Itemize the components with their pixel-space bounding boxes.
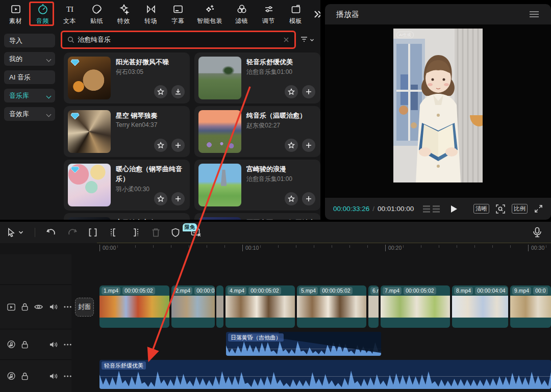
tab-adjust[interactable]: 调节 bbox=[255, 3, 282, 25]
lock-icon[interactable] bbox=[21, 341, 28, 349]
more-options-icon[interactable] bbox=[64, 344, 71, 346]
clip-thumbnail bbox=[368, 296, 379, 318]
tab-media[interactable]: 素材 bbox=[2, 3, 29, 25]
clip-name: 9.mp4 bbox=[512, 287, 531, 295]
sidebar-item-sfx-library[interactable]: 音效库 bbox=[4, 107, 55, 121]
favorite-button[interactable] bbox=[154, 85, 167, 98]
split-keep-right-button[interactable] bbox=[130, 228, 140, 237]
tab-sticker[interactable]: 贴纸 bbox=[83, 3, 110, 25]
speaker-icon[interactable] bbox=[49, 341, 58, 348]
more-options-icon[interactable] bbox=[64, 306, 71, 308]
search-input[interactable] bbox=[78, 36, 280, 44]
music-meta: 羽小柔00:30 bbox=[116, 185, 149, 194]
tab-transition[interactable]: 转场 bbox=[137, 3, 164, 25]
music-card[interactable]: 阳光甚好微风不噪 何石03:05 bbox=[64, 53, 190, 103]
video-preview-frame: AI生成 bbox=[393, 29, 483, 182]
clear-search-icon[interactable] bbox=[283, 37, 289, 43]
audio-clip[interactable]: 日落黄昏（吉他曲） bbox=[226, 332, 381, 356]
audio-clip[interactable]: 轻音乐舒缓优美 bbox=[99, 360, 551, 389]
total-duration: 00:01:00:00 bbox=[378, 205, 414, 213]
favorite-button[interactable] bbox=[154, 192, 167, 205]
favorite-button[interactable] bbox=[285, 85, 298, 98]
tab-text[interactable]: TI 文本 bbox=[56, 3, 83, 25]
tab-smart-pack[interactable]: 智能包装 bbox=[191, 3, 228, 25]
music-card[interactable]: 宫崎骏的浪漫 治愈音乐集01:00 bbox=[194, 160, 320, 211]
add-to-track-button[interactable] bbox=[171, 192, 185, 205]
add-to-track-button[interactable] bbox=[302, 139, 315, 152]
video-clip[interactable]: 9.mp400:0 bbox=[510, 285, 551, 328]
split-keep-left-button[interactable] bbox=[109, 228, 119, 237]
tab-filters[interactable]: 滤镜 bbox=[228, 3, 255, 25]
clarity-button[interactable]: 清晰 bbox=[473, 204, 489, 214]
toolbar-divider bbox=[35, 228, 35, 237]
more-options-icon[interactable] bbox=[64, 375, 71, 377]
video-clip[interactable]: 2.mp400:00:03:1 bbox=[171, 285, 215, 328]
lock-icon[interactable] bbox=[21, 372, 28, 380]
clip-duration: 00:00:05:02 bbox=[122, 287, 155, 295]
video-clip[interactable]: 5.mp400:00:05:02 bbox=[297, 285, 366, 328]
tab-captions[interactable]: 字幕 bbox=[164, 3, 191, 25]
music-card[interactable]: 心灵治愈之声 bbox=[64, 213, 190, 220]
split-button[interactable] bbox=[88, 228, 97, 237]
vip-diamond-icon bbox=[70, 113, 80, 120]
video-clip[interactable]: 4.mp400:00:05:02 bbox=[226, 285, 295, 328]
play-button[interactable] bbox=[450, 205, 458, 213]
ratio-button[interactable]: 比例 bbox=[512, 204, 528, 214]
tab-templates[interactable]: 模板 bbox=[282, 3, 309, 25]
favorite-button[interactable] bbox=[285, 139, 298, 152]
undo-button[interactable] bbox=[46, 228, 56, 237]
music-card[interactable]: 夏至未至（0.0钢琴治愈 bbox=[194, 213, 320, 220]
fullscreen-icon[interactable] bbox=[534, 204, 543, 213]
speaker-icon[interactable] bbox=[49, 303, 58, 310]
player-title: 播放器 bbox=[336, 10, 359, 19]
speaker-icon[interactable] bbox=[49, 373, 58, 380]
record-voiceover-mic-icon[interactable] bbox=[533, 227, 542, 238]
expand-tabs-button[interactable] bbox=[309, 10, 320, 19]
player-menu-icon[interactable] bbox=[529, 11, 540, 18]
sidebar-item-music-library[interactable]: 音乐库 bbox=[4, 89, 55, 102]
video-clip[interactable]: 8.mp400:00:04:04 bbox=[452, 285, 508, 328]
player-controls: 00:00:33:26 / 00:01:00:00 清晰 比例 bbox=[325, 198, 551, 220]
music-card[interactable]: 暖心治愈（钢琴曲纯音乐） 羽小柔00:30 bbox=[64, 160, 190, 211]
video-clip[interactable]: 1.mp400:00:05:02 bbox=[99, 285, 169, 328]
audio-track-icon bbox=[7, 340, 15, 349]
filter-button[interactable] bbox=[300, 34, 317, 46]
music-card[interactable]: 纯音乐（温暖治愈） 赵东俊02:27 bbox=[194, 106, 320, 157]
sidebar-item-import[interactable]: 导入 bbox=[4, 34, 55, 47]
media-panel: 素材 音频 TI 文本 贴纸 特效 转场 bbox=[0, 0, 320, 220]
add-to-track-button[interactable] bbox=[171, 139, 185, 152]
mask-button[interactable] bbox=[171, 228, 180, 237]
sidebar-item-ai-music[interactable]: AI 音乐 bbox=[4, 70, 55, 84]
chevron-down-icon bbox=[310, 38, 314, 42]
music-title: 轻音乐舒缓优美 bbox=[246, 58, 317, 67]
focus-zoom-icon[interactable] bbox=[496, 204, 505, 214]
favorite-button[interactable] bbox=[285, 192, 298, 205]
delete-button[interactable] bbox=[152, 228, 160, 237]
add-to-track-button[interactable] bbox=[302, 85, 315, 98]
music-card[interactable]: 星空 钢琴独奏 Terry Ken04:37 bbox=[64, 106, 190, 157]
lock-icon[interactable] bbox=[21, 303, 28, 311]
clip-name: 6.m bbox=[370, 287, 379, 295]
download-button[interactable] bbox=[171, 85, 185, 98]
video-clip[interactable] bbox=[216, 285, 223, 328]
video-clip[interactable]: 7.mp400:00:05:02 bbox=[381, 285, 450, 328]
clip-thumbnail bbox=[216, 296, 223, 318]
video-clip[interactable]: 6.m bbox=[368, 285, 379, 328]
queue-list-icons[interactable] bbox=[423, 205, 440, 213]
music-thumbnail bbox=[68, 164, 111, 206]
ruler-label: 00:20 bbox=[385, 245, 402, 251]
search-field[interactable] bbox=[62, 36, 294, 44]
eye-icon[interactable] bbox=[34, 304, 43, 310]
tab-audio[interactable]: 音频 bbox=[29, 3, 56, 25]
timeline-ruler[interactable]: 00:00 00:10 00:20 00:30 bbox=[71, 243, 551, 254]
tab-effects[interactable]: 特效 bbox=[110, 3, 137, 25]
select-tool-button[interactable] bbox=[7, 228, 23, 237]
redo-button[interactable] bbox=[67, 228, 77, 237]
music-card[interactable]: 轻音乐舒缓优美 治愈音乐集01:00 bbox=[194, 53, 320, 103]
sidebar-item-mine[interactable]: 我的 bbox=[4, 52, 55, 66]
download-icon bbox=[174, 88, 182, 95]
ruler-label: 00:10 bbox=[242, 245, 259, 251]
add-to-track-button[interactable] bbox=[302, 192, 315, 205]
cover-button[interactable]: 封面 bbox=[75, 298, 94, 317]
favorite-button[interactable] bbox=[154, 139, 167, 152]
